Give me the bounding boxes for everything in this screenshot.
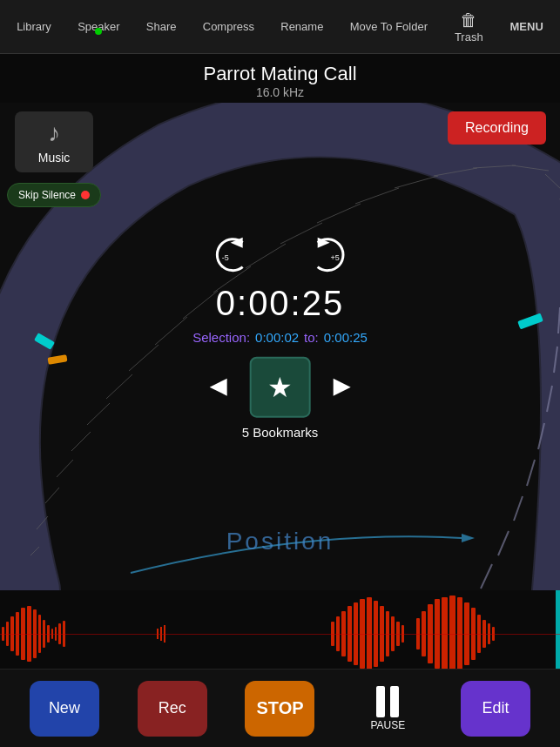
- playback-nav: ★: [201, 357, 360, 418]
- svg-line-4: [71, 432, 91, 451]
- skip-silence-button[interactable]: Skip Silence: [7, 183, 101, 207]
- svg-line-6: [106, 374, 132, 399]
- pause-bar-right: [390, 686, 399, 717]
- position-label: Position: [226, 528, 334, 555]
- new-button[interactable]: New: [30, 681, 99, 737]
- pause-label: PAUSE: [370, 719, 405, 731]
- waveform-area: [0, 590, 560, 677]
- svg-line-30: [481, 564, 492, 589]
- recording-title: Parrot Mating Call: [0, 63, 560, 85]
- main-content: ♪ Music Skip Silence Recording -5: [0, 103, 560, 590]
- pause-bar-left: [376, 686, 385, 717]
- nav-share[interactable]: Share: [139, 17, 184, 37]
- music-icon-box[interactable]: ♪ Music: [15, 111, 93, 172]
- selection-to: to:: [304, 330, 319, 345]
- svg-line-14: [355, 188, 399, 204]
- nav-move-to-folder[interactable]: Move To Folder: [343, 17, 435, 37]
- forward-button[interactable]: +5: [307, 233, 350, 277]
- svg-line-13: [317, 204, 361, 223]
- bookmarks-count: 5 Bookmarks: [242, 425, 319, 440]
- svg-line-5: [87, 403, 110, 425]
- svg-line-28: [514, 496, 523, 521]
- recording-button[interactable]: Recording: [448, 111, 546, 145]
- svg-line-2: [45, 488, 59, 503]
- speaker-active-dot: [95, 28, 102, 35]
- svg-line-27: [527, 460, 535, 486]
- bottom-controls: New Rec STOP PAUSE Edit: [0, 669, 560, 747]
- stop-button[interactable]: STOP: [245, 681, 314, 737]
- selection-end: 0:00:25: [324, 330, 368, 345]
- next-bookmark-button[interactable]: [328, 372, 360, 403]
- svg-line-15: [395, 176, 438, 188]
- top-nav: Library Speaker Share Compress Rename Mo…: [0, 0, 560, 54]
- nav-menu[interactable]: MENU: [503, 17, 550, 37]
- svg-line-7: [129, 345, 159, 371]
- svg-text:+5: +5: [330, 253, 339, 262]
- svg-line-8: [155, 317, 187, 345]
- svg-line-29: [498, 531, 509, 555]
- music-note-icon: ♪: [48, 119, 60, 147]
- svg-text:-5: -5: [221, 253, 228, 262]
- pause-icon: [376, 686, 399, 717]
- sample-rate: 16.0 kHz: [0, 85, 560, 99]
- rec-button[interactable]: Rec: [138, 681, 207, 737]
- nav-compress[interactable]: Compress: [196, 17, 261, 37]
- svg-marker-36: [210, 379, 227, 396]
- nav-rename-label: Rename: [280, 20, 323, 33]
- svg-marker-31: [462, 534, 475, 542]
- pause-button[interactable]: PAUSE: [353, 681, 422, 737]
- nav-move-to-folder-label: Move To Folder: [350, 20, 428, 33]
- selection-start: 0:00:02: [255, 330, 299, 345]
- nav-share-label: Share: [146, 20, 177, 33]
- selection-info: Selection: 0:00:02 to: 0:00:25: [192, 330, 368, 345]
- left-panel: ♪ Music Skip Silence: [7, 111, 101, 207]
- nav-menu-label: MENU: [510, 20, 543, 33]
- waveform-baseline: [0, 634, 560, 635]
- edit-button[interactable]: Edit: [461, 681, 530, 737]
- bookmark-button[interactable]: ★: [250, 357, 311, 418]
- nav-rename[interactable]: Rename: [273, 17, 330, 37]
- prev-bookmark-button[interactable]: [201, 372, 233, 403]
- title-area: Parrot Mating Call 16.0 kHz: [0, 54, 560, 103]
- rewind-button[interactable]: -5: [211, 233, 254, 277]
- selection-label: Selection:: [192, 330, 250, 345]
- skip-silence-active-dot: [81, 191, 90, 199]
- rewind-forward-row: -5 +5: [211, 233, 350, 277]
- nav-library[interactable]: Library: [10, 17, 58, 37]
- nav-compress-label: Compress: [203, 20, 254, 33]
- trash-icon: 🗑: [460, 10, 477, 30]
- nav-speaker[interactable]: Speaker: [71, 17, 126, 37]
- nav-trash-label: Trash: [455, 30, 483, 44]
- nav-library-label: Library: [17, 20, 51, 33]
- skip-silence-label: Skip Silence: [18, 189, 76, 201]
- star-icon: ★: [267, 371, 293, 404]
- nav-trash[interactable]: 🗑 Trash: [447, 7, 490, 47]
- svg-marker-37: [334, 379, 351, 396]
- center-controls: -5 +5 0:00:25 Selection: 0:00:02 to: 0:0…: [192, 233, 368, 440]
- time-display: 0:00:25: [216, 284, 344, 323]
- svg-line-3: [57, 460, 73, 477]
- music-label: Music: [38, 151, 71, 165]
